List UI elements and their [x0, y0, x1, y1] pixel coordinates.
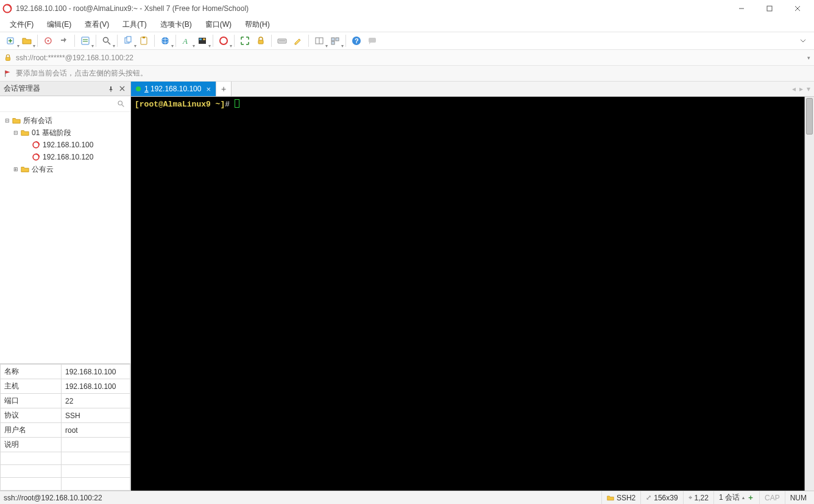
lock-icon[interactable] — [253, 33, 268, 48]
expand-icon[interactable]: ⊞ — [12, 166, 19, 172]
svg-rect-34 — [331, 41, 334, 44]
tab-label: 1 192.168.10.100 — [144, 85, 201, 93]
tree-session-1[interactable]: 192.168.10.100 — [1, 139, 129, 151]
fullscreen-icon[interactable] — [238, 33, 252, 48]
toolbar-separator — [96, 35, 96, 47]
prop-key: 说明 — [1, 438, 62, 452]
toolbar-separator — [37, 35, 38, 47]
tree-root[interactable]: ⊟ 所有会话 — [1, 114, 129, 127]
svg-line-43 — [122, 105, 124, 107]
collapse-icon[interactable]: ⊟ — [4, 117, 11, 124]
toolbar-separator — [175, 35, 176, 47]
address-text[interactable]: ssh://root:******@192.168.10.100:22 — [16, 54, 804, 62]
menu-tabs[interactable]: 选项卡(B) — [154, 18, 198, 31]
svg-line-14 — [108, 42, 110, 44]
tab-prev-icon[interactable]: ◂ — [791, 85, 797, 93]
toolbar-separator — [117, 35, 118, 47]
prop-row-empty — [1, 465, 130, 478]
font-icon[interactable]: A — [179, 33, 194, 48]
title-bar: 192.168.10.100 - root@AlmaLinux9:~ - Xsh… — [0, 0, 814, 17]
help-icon[interactable]: ? — [349, 33, 364, 48]
session-manager-panel: 会话管理器 ⊟ 所有会话 ⊟ 01 基础阶段 192.168.10. — [0, 82, 131, 491]
terminal-scrollbar[interactable] — [804, 97, 814, 491]
tree-folder-label: 公有云 — [30, 164, 54, 175]
svg-text:?: ? — [355, 37, 359, 44]
find-icon[interactable] — [99, 33, 114, 48]
prop-value — [62, 438, 130, 452]
disconnect-icon[interactable] — [57, 33, 71, 48]
lock-icon — [4, 54, 12, 62]
folder-open-icon — [19, 128, 30, 137]
minimize-button[interactable] — [727, 0, 756, 17]
tree-session-2[interactable]: 192.168.10.120 — [1, 151, 129, 163]
terminal-symbol: # — [225, 100, 230, 109]
menu-edit[interactable]: 编辑(E) — [41, 18, 77, 31]
close-icon[interactable] — [117, 84, 127, 94]
svg-rect-16 — [127, 37, 131, 42]
toolbar-separator — [74, 35, 75, 47]
prop-key: 主机 — [1, 379, 62, 394]
paste-icon[interactable] — [136, 33, 151, 48]
svg-rect-10 — [82, 37, 89, 44]
open-session-icon[interactable] — [19, 33, 34, 48]
flag-icon[interactable] — [4, 69, 12, 78]
menu-bar: 文件(F) 编辑(E) 查看(V) 工具(T) 选项卡(B) 窗口(W) 帮助(… — [0, 17, 814, 32]
menu-tools[interactable]: 工具(T) — [116, 18, 152, 31]
tab-session-1[interactable]: 1 192.168.10.100 × — [131, 82, 216, 96]
session-swirl-icon — [30, 141, 41, 149]
add-session-icon[interactable]: ＋ — [747, 492, 754, 503]
search-icon[interactable] — [117, 100, 128, 108]
properties-icon[interactable] — [78, 33, 93, 48]
prop-row: 端口22 — [1, 394, 130, 408]
status-size: ⤢ 156x39 — [640, 491, 682, 504]
search-input[interactable] — [2, 99, 117, 110]
globe-icon[interactable] — [158, 33, 172, 48]
tab-list-icon[interactable]: ▾ — [805, 85, 812, 93]
panel-title: 会话管理器 — [4, 83, 40, 94]
chevron-up-icon[interactable]: ▴ — [742, 495, 745, 500]
pin-icon[interactable] — [106, 84, 116, 94]
prop-row: 主机192.168.10.100 — [1, 379, 130, 394]
collapse-icon[interactable]: ⊟ — [12, 130, 19, 136]
color-scheme-icon[interactable] — [195, 33, 210, 48]
close-button[interactable] — [784, 0, 812, 17]
menu-view[interactable]: 查看(V) — [79, 18, 115, 31]
menu-window[interactable]: 窗口(W) — [199, 18, 238, 31]
menu-help[interactable]: 帮助(H) — [239, 18, 276, 31]
hint-bar: 要添加当前会话，点击左侧的箭头按钮。 — [0, 66, 814, 82]
tab-close-icon[interactable]: × — [206, 85, 211, 94]
tree-session-label: 192.168.10.100 — [41, 141, 93, 149]
keyboard-icon[interactable] — [275, 33, 289, 48]
tree-folder-basic[interactable]: ⊟ 01 基础阶段 — [1, 127, 129, 139]
prop-row: 用户名root — [1, 423, 130, 438]
menu-file[interactable]: 文件(F) — [4, 18, 40, 31]
layout-icon[interactable] — [312, 33, 327, 48]
address-bar: ssh://root:******@192.168.10.100:22 ▾ — [0, 50, 814, 66]
status-bar: ssh://root@192.168.10.100:22 SSH2 ⤢ 156x… — [0, 491, 814, 504]
session-tree: ⊟ 所有会话 ⊟ 01 基础阶段 192.168.10.100 192.168.… — [0, 112, 130, 363]
tree-folder-cloud[interactable]: ⊞ 公有云 — [1, 163, 129, 175]
xshell-swirl-icon[interactable] — [216, 33, 231, 48]
tile-icon[interactable] — [328, 33, 342, 48]
highlight-icon[interactable] — [291, 33, 305, 48]
svg-point-26 — [220, 37, 227, 44]
copy-icon[interactable] — [121, 33, 135, 48]
terminal[interactable]: [root@AlmaLinux9 ~]# — [131, 97, 804, 491]
tree-session-label: 192.168.10.120 — [41, 153, 93, 161]
new-session-icon[interactable] — [4, 33, 18, 48]
scrollbar-thumb[interactable] — [806, 98, 813, 135]
toolbar-separator — [213, 35, 213, 47]
tab-next-icon[interactable]: ▸ — [798, 85, 804, 93]
chat-icon[interactable] — [365, 33, 380, 48]
new-tab-button[interactable]: + — [216, 82, 232, 96]
svg-rect-2 — [767, 6, 772, 11]
svg-rect-18 — [143, 37, 145, 38]
maximize-button[interactable] — [756, 0, 784, 17]
address-dropdown-icon[interactable]: ▾ — [807, 55, 810, 61]
toolbar-overflow-icon[interactable] — [796, 33, 810, 48]
toolbar-separator — [234, 35, 235, 47]
reconnect-icon[interactable] — [41, 33, 55, 48]
hint-text: 要添加当前会话，点击左侧的箭头按钮。 — [16, 68, 147, 79]
status-left: ssh://root@192.168.10.100:22 — [2, 494, 601, 502]
folder-open-icon — [11, 116, 22, 125]
